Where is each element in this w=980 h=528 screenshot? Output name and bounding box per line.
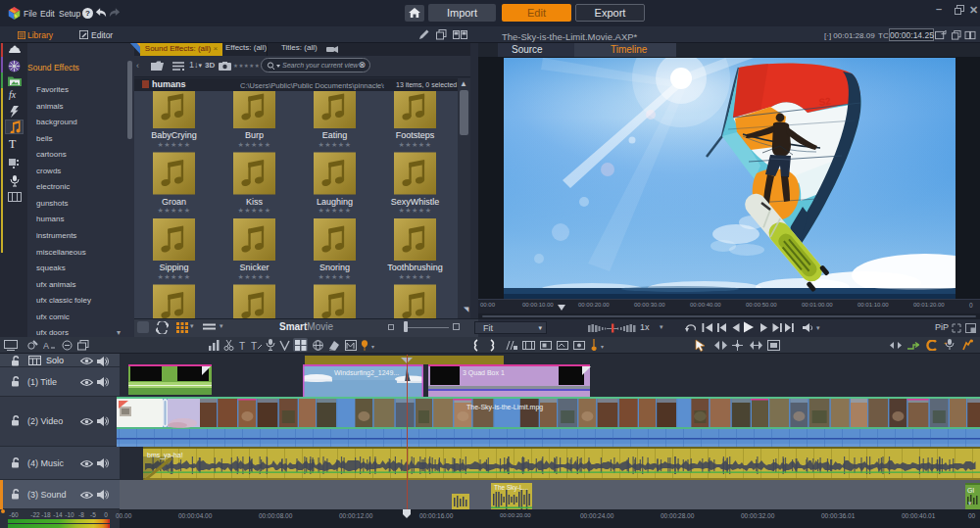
svg-text:-18: -18	[41, 511, 51, 518]
svg-text:0: 0	[104, 511, 108, 518]
svg-text:-60: -60	[9, 511, 19, 518]
svg-text:T: T	[239, 341, 245, 352]
svg-text:-14: -14	[53, 511, 63, 518]
svg-text:-8: -8	[78, 511, 84, 518]
svg-text:-22: -22	[30, 511, 40, 518]
svg-text:+: +	[944, 340, 948, 346]
svg-text:T: T	[251, 341, 257, 352]
svg-text:-5: -5	[90, 511, 96, 518]
svg-text:Gl: Gl	[967, 487, 974, 494]
svg-text:A: A	[43, 341, 49, 351]
svg-text:-10: -10	[65, 511, 74, 518]
svg-text:S2: S2	[818, 95, 832, 108]
